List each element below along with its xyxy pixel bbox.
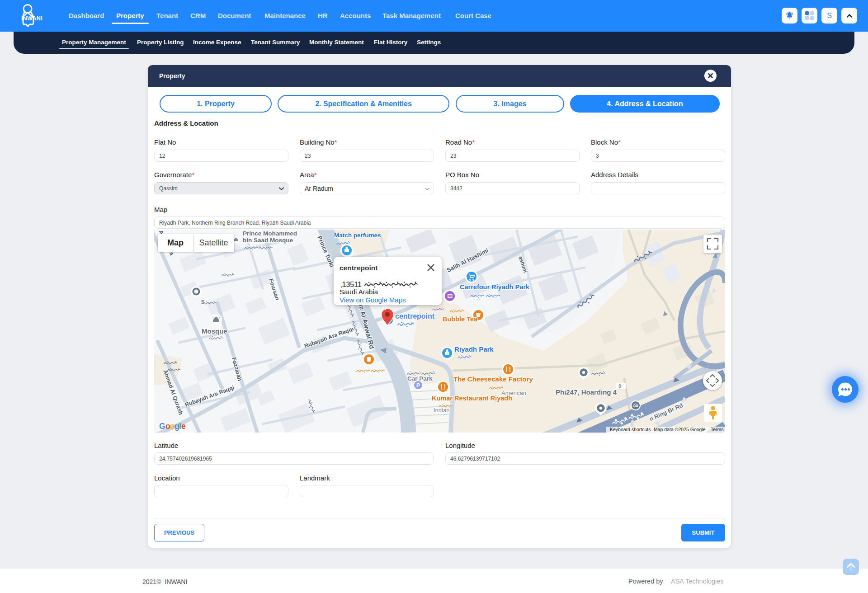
svg-text:Indian: Indian (434, 407, 449, 414)
svg-text:Saudi Arabia: Saudi Arabia (340, 288, 378, 296)
svg-text:Prince Mohammed: Prince Mohammed (243, 230, 297, 237)
svg-text:o: o (170, 422, 175, 431)
svg-text:bin Saad Mosque: bin Saad Mosque (243, 237, 293, 244)
svg-text:8·: 8· (618, 384, 623, 389)
svg-text:‚13511: ‚13511 (340, 281, 362, 288)
svg-text:The Cheesecake Factory: The Cheesecake Factory (453, 375, 533, 383)
svg-text:Map data ©2025 Google: Map data ©2025 Google (654, 427, 706, 432)
svg-text:Carrefour Riyadh Park: Carrefour Riyadh Park (460, 283, 530, 291)
svg-text:Car Park: Car Park (407, 375, 433, 382)
svg-text:centrepoint: centrepoint (340, 264, 377, 272)
svg-text:Match perfumes: Match perfumes (334, 232, 381, 239)
svg-text:Phi247, Hoarding 4: Phi247, Hoarding 4 (556, 388, 617, 396)
svg-text:Bubble Tea: Bubble Tea (443, 315, 478, 323)
svg-text:P: P (416, 382, 420, 389)
svg-text:G: G (159, 422, 165, 431)
svg-text:e: e (181, 422, 186, 431)
svg-text:Mosque: Mosque (202, 327, 227, 335)
svg-text:Kumar Restaurant Riyadh: Kumar Restaurant Riyadh (432, 395, 512, 402)
svg-text:View on Google Maps: View on Google Maps (340, 296, 406, 304)
svg-text:Keyboard shortcuts: Keyboard shortcuts (610, 427, 651, 432)
svg-text:g: g (175, 422, 179, 431)
svg-text:o: o (165, 422, 170, 431)
svg-text:l: l (179, 422, 181, 431)
svg-text:Terms: Terms (711, 427, 724, 432)
svg-text:Riyadh Park: Riyadh Park (454, 345, 494, 353)
svg-text:centrepoint: centrepoint (395, 312, 435, 320)
